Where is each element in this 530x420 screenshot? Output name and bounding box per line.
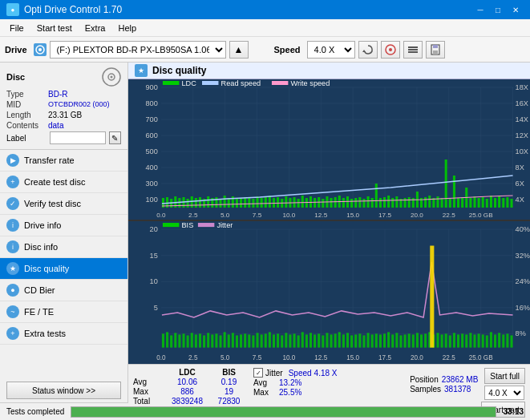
nav-cd-bier[interactable]: ● CD Bier (0, 280, 127, 301)
label-input[interactable] (50, 131, 106, 144)
svg-rect-43 (199, 197, 201, 208)
svg-rect-221 (371, 334, 374, 347)
svg-rect-208 (318, 333, 320, 347)
svg-rect-231 (412, 334, 415, 347)
svg-text:15.0: 15.0 (346, 212, 359, 219)
avg-ldc: 10.06 (165, 378, 209, 386)
speed-dropdown[interactable]: 4.0 X (484, 386, 524, 400)
svg-text:40%: 40% (516, 225, 530, 233)
svg-rect-237 (436, 333, 439, 347)
nav-extra-tests[interactable]: + Extra tests (0, 323, 127, 345)
nav-transfer-rate[interactable]: ▶ Transfer rate (0, 150, 127, 172)
svg-rect-211 (330, 334, 333, 347)
svg-text:20: 20 (150, 225, 158, 233)
menu-file[interactable]: File (3, 22, 30, 34)
speed-select[interactable]: 4.0 X (307, 41, 355, 59)
menu-extra[interactable]: Extra (79, 22, 112, 34)
svg-rect-103 (445, 160, 447, 208)
svg-rect-192 (252, 335, 254, 347)
drive-label: Drive (5, 45, 27, 55)
svg-rect-115 (494, 198, 496, 208)
nav-disc-info[interactable]: i Disc info (0, 236, 127, 258)
svg-rect-183 (215, 333, 217, 347)
svg-rect-199 (281, 335, 283, 347)
svg-rect-229 (404, 334, 407, 347)
samples-label: Samples (410, 385, 441, 394)
nav-drive-info[interactable]: i Drive info (0, 215, 127, 236)
svg-rect-116 (498, 196, 500, 208)
svg-rect-226 (391, 334, 394, 347)
svg-rect-232 (416, 333, 419, 347)
svg-rect-114 (490, 196, 492, 208)
start-full-button[interactable]: Start full (484, 368, 525, 384)
contents-label: Contents (6, 121, 48, 130)
svg-rect-200 (285, 333, 287, 347)
svg-rect-220 (367, 333, 370, 347)
svg-rect-223 (379, 334, 382, 347)
svg-rect-91 (395, 196, 398, 208)
status-window-button[interactable]: Status window >> (6, 382, 121, 399)
settings-button[interactable] (403, 41, 423, 59)
eject-button[interactable]: ▲ (229, 41, 249, 59)
nav-disc-quality[interactable]: ★ Disc quality (0, 258, 127, 280)
app-icon: ● (6, 3, 19, 16)
svg-rect-107 (461, 197, 463, 208)
svg-rect-185 (224, 332, 226, 347)
maximize-button[interactable]: □ (490, 2, 506, 17)
svg-text:0.0: 0.0 (156, 212, 166, 219)
svg-rect-238 (441, 334, 443, 347)
svg-text:20.0: 20.0 (411, 354, 423, 361)
close-button[interactable]: ✕ (508, 2, 524, 17)
svg-text:24%: 24% (516, 277, 530, 285)
svg-text:900: 900 (145, 83, 157, 91)
menu-start-test[interactable]: Start test (30, 22, 79, 34)
jitter-checkbox[interactable]: ✓ (253, 368, 263, 378)
svg-rect-218 (358, 333, 361, 347)
svg-text:10.0: 10.0 (282, 354, 295, 361)
svg-rect-62 (277, 197, 279, 208)
svg-rect-76 (334, 197, 337, 208)
svg-rect-64 (285, 196, 287, 208)
svg-rect-191 (248, 334, 250, 347)
svg-text:2.5: 2.5 (188, 354, 198, 361)
svg-rect-178 (195, 334, 197, 347)
svg-text:LDC: LDC (181, 79, 196, 87)
svg-rect-47 (215, 197, 217, 208)
mid-label: MID (6, 100, 48, 109)
svg-rect-204 (301, 332, 304, 347)
title-bar: ● Opti Drive Control 1.70 ─ □ ✕ (0, 0, 530, 19)
nav-create-test-disc[interactable]: + Create test disc (0, 172, 127, 193)
svg-text:500: 500 (145, 147, 157, 155)
svg-rect-193 (257, 333, 259, 347)
disc-button[interactable] (381, 41, 400, 59)
svg-text:2.5: 2.5 (188, 212, 198, 219)
svg-rect-206 (310, 333, 312, 347)
nav-verify-test-disc-label: Verify test disc (24, 199, 81, 208)
length-value: 23.31 GB (48, 111, 82, 119)
minimize-button[interactable]: ─ (472, 2, 488, 17)
drive-select[interactable]: (F:) PLEXTOR BD-R PX-LB950SA 1.06 (50, 41, 226, 59)
nav-verify-test-disc[interactable]: ✓ Verify test disc (0, 193, 127, 215)
svg-rect-89 (387, 196, 390, 208)
position-value: 23862 MB (442, 375, 479, 384)
svg-rect-60 (269, 196, 271, 208)
svg-rect-78 (342, 198, 345, 208)
nav-fe-te[interactable]: ~ FE / TE (0, 301, 127, 323)
svg-rect-189 (240, 334, 242, 347)
menu-help[interactable]: Help (111, 22, 143, 34)
svg-rect-246 (473, 334, 475, 347)
svg-rect-56 (252, 199, 254, 208)
nav-disc-quality-label: Disc quality (24, 264, 69, 273)
svg-rect-118 (506, 197, 508, 208)
disc-quality-title: Disc quality (152, 65, 206, 76)
label-edit-button[interactable]: ✎ (109, 131, 121, 144)
total-label: Total (133, 397, 164, 406)
svg-rect-94 (408, 197, 411, 208)
svg-rect-79 (346, 196, 349, 208)
svg-rect-277 (163, 223, 179, 227)
svg-text:0.0: 0.0 (156, 354, 166, 361)
save-button[interactable] (426, 41, 445, 59)
position-label: Position (410, 375, 439, 384)
type-label: Type (6, 90, 48, 99)
refresh-button[interactable] (358, 41, 378, 59)
